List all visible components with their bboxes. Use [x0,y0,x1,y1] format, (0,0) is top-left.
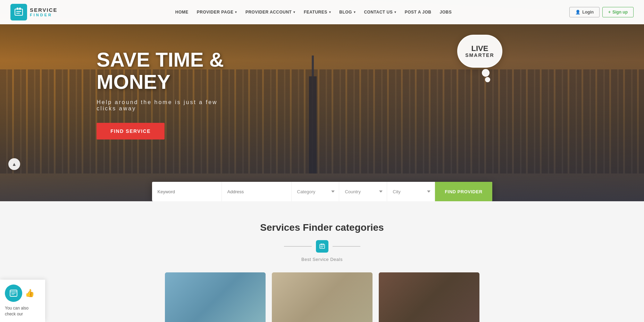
user-icon: 👤 [575,10,580,15]
section-divider [7,240,637,253]
svg-rect-1 [17,8,18,10]
keyword-input[interactable] [152,182,222,201]
cat-card-image-2 [272,272,373,322]
address-input[interactable] [222,182,292,201]
chevron-down-icon: ▾ [394,10,396,14]
hero-section: SAVE TIME & MONEY Help around the home i… [0,0,644,201]
navbar: SERVICE FINDER HOME PROVIDER PAGE ▾ PROV… [0,0,644,24]
speech-bubble: LIVE SMARTER [457,35,502,68]
bubble-live-text: LIVE [471,45,488,52]
svg-rect-2 [19,8,21,10]
nav-item-provider-account[interactable]: PROVIDER ACCOUNT ▾ [242,7,299,17]
nav-item-post-job[interactable]: POST A JOB [401,7,435,17]
bubble-smarter-text: SMARTER [465,52,494,58]
logo-finder: FINDER [30,13,58,17]
category-cards [7,272,637,322]
signup-button[interactable]: + Sign up [602,7,634,17]
nav-link-contact[interactable]: CONTACT US ▾ [360,7,400,17]
category-select[interactable]: Category [292,182,340,201]
nav-link-jobs[interactable]: JOBS [436,7,455,17]
logo-icon [10,4,27,20]
svg-rect-5 [320,244,325,248]
nav-link-home[interactable]: HOME [172,7,192,17]
login-button[interactable]: 👤 Login [569,7,600,17]
nav-link-features[interactable]: FEATURES ▾ [300,7,334,17]
divider-line-left [284,246,312,247]
logo-service: SERVICE [30,7,58,13]
nav-item-blog[interactable]: BLOG ▾ [336,7,359,17]
widget-icons: 👍 [5,285,40,302]
divider-line-right [333,246,360,247]
auth-buttons: 👤 Login + Sign up [569,7,634,17]
hero-subtitle: Help around the home is just a few click… [97,99,236,112]
categories-title: Services Finder categories [7,222,637,233]
thumbs-up-icon: 👍 [25,289,34,298]
nav-menu: HOME PROVIDER PAGE ▾ PROVIDER ACCOUNT ▾ … [172,7,455,17]
tall-building [309,76,317,173]
svg-rect-6 [321,244,322,245]
category-card-3[interactable] [379,272,479,322]
chevron-down-icon: ▾ [293,10,295,14]
logo-text: SERVICE FINDER [30,7,58,17]
find-provider-button[interactable]: FIND PROVIDER [435,182,492,201]
find-service-button[interactable]: FIND SERVICE [97,123,165,139]
cat-card-image-1 [165,272,266,322]
chevron-down-icon: ▾ [354,10,356,14]
nav-item-provider-page[interactable]: PROVIDER PAGE ▾ [193,7,241,17]
nav-item-features[interactable]: FEATURES ▾ [300,7,334,17]
divider-icon [316,240,328,253]
nav-item-contact[interactable]: CONTACT US ▾ [360,7,400,17]
nav-link-blog[interactable]: BLOG ▾ [336,7,359,17]
logo[interactable]: SERVICE FINDER [10,4,58,20]
chevron-down-icon: ▾ [329,10,331,14]
category-card-1[interactable] [165,272,266,322]
cat-card-image-3 [379,272,479,322]
plus-icon: + [608,10,611,15]
country-select[interactable]: Country [339,182,387,201]
nav-link-provider-account[interactable]: PROVIDER ACCOUNT ▾ [242,7,299,17]
search-bar: Category Country City FIND PROVIDER [152,182,492,201]
categories-section: Services Finder categories Best Service … [0,201,644,322]
nav-link-post-job[interactable]: POST A JOB [401,7,435,17]
nav-item-jobs[interactable]: JOBS [436,7,455,17]
nav-link-provider-page[interactable]: PROVIDER PAGE ▾ [193,7,241,17]
widget-text: You can also check our [5,305,40,317]
widget-circle-icon [5,285,22,302]
categories-subtitle: Best Service Deals [7,257,637,262]
category-card-2[interactable] [272,272,373,322]
scroll-up-button[interactable]: ▲ [8,158,20,170]
bottom-widget: 👍 You can also check our [0,280,45,322]
hero-title: SAVE TIME & MONEY [97,49,236,93]
nav-item-home[interactable]: HOME [172,7,192,17]
city-select[interactable]: City [387,182,435,201]
chevron-down-icon: ▾ [235,10,237,14]
svg-rect-7 [323,244,324,245]
chevron-up-icon: ▲ [12,161,17,167]
svg-rect-0 [15,9,23,15]
